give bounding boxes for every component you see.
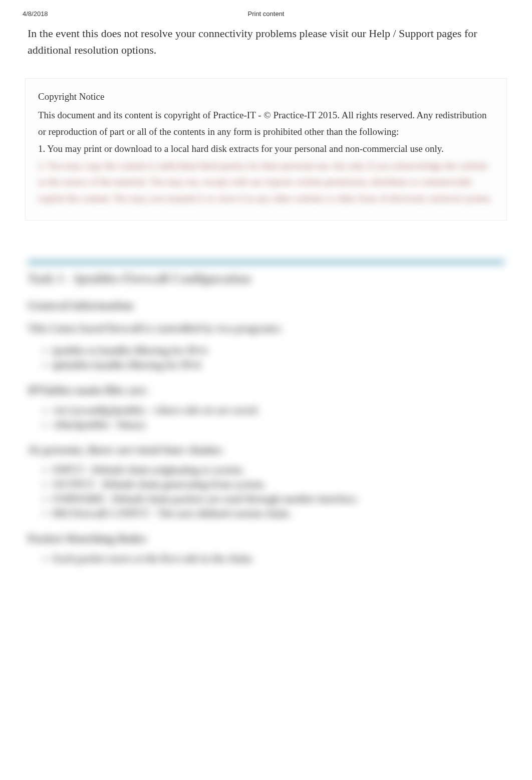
header-title: Print content	[185, 10, 347, 18]
list-item: Each packet starts at the first rule in …	[53, 553, 504, 564]
heading-general: General information	[28, 299, 504, 312]
heading-mainfiles: IPTables main files are:	[28, 383, 504, 397]
copyright-item-2-blurred: 2. You may copy the content to individua…	[38, 158, 494, 207]
list-item: OUTPUT - Default chain generating from s…	[53, 479, 504, 490]
section-divider	[28, 261, 504, 264]
programs-list: iptables to handles filtering for IPv4 i…	[28, 345, 504, 371]
list-item: INPUT - Default chain originating to sys…	[53, 464, 504, 476]
list-item: RH-Firewall-1-INPUT - The user-defined c…	[53, 508, 504, 519]
heading-rules: Packet Matching Rules	[28, 532, 504, 545]
list-item: /etc/sysconfig/iptables - where rule set…	[53, 405, 504, 416]
heading-chains: At present, there are total four chains:	[28, 443, 504, 457]
blurred-content: Task 1 - Iptables Firewall Configuration…	[0, 241, 532, 587]
task-title: Task 1 - Iptables Firewall Configuration	[28, 271, 504, 286]
copyright-title: Copyright Notice	[38, 89, 494, 105]
header-date: 4/8/2018	[23, 10, 185, 18]
print-header: 4/8/2018 Print content	[0, 0, 532, 23]
list-item: /sbin/iptables - binary	[53, 419, 504, 431]
rules-list: Each packet starts at the first rule in …	[28, 553, 504, 564]
list-item: ip6tables handles filtering for IPv6	[53, 359, 504, 371]
copyright-notice-box: Copyright Notice This document and its c…	[25, 78, 507, 221]
copyright-item-1: 1. You may print or download to a local …	[38, 141, 494, 157]
intro-paragraph: In the event this does not resolve your …	[0, 23, 532, 73]
copyright-body: This document and its content is copyrig…	[38, 107, 494, 140]
paragraph-linux: This Linux based firewall is controlled …	[28, 322, 504, 335]
files-list: /etc/sysconfig/iptables - where rule set…	[28, 405, 504, 431]
list-item: FORWARD - Default chain packets are send…	[53, 493, 504, 505]
list-item: iptables to handles filtering for IPv4	[53, 345, 504, 356]
chains-list: INPUT - Default chain originating to sys…	[28, 464, 504, 519]
